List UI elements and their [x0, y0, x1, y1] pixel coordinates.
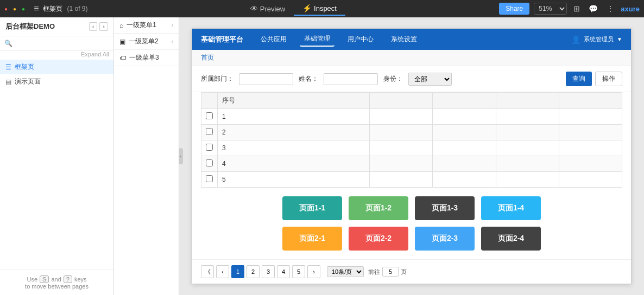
- row-cell-1c: [496, 109, 559, 125]
- page-next-button[interactable]: ›: [307, 265, 320, 278]
- dept-input[interactable]: [239, 73, 293, 85]
- keys-label: keys: [74, 276, 87, 283]
- page-num-2[interactable]: 2: [247, 265, 260, 278]
- col-seq: 序号: [218, 93, 370, 109]
- table-row: 2: [201, 125, 622, 140]
- page-btn-2-3[interactable]: 页面2-3: [415, 227, 475, 251]
- search-icon: 🔍: [4, 40, 12, 47]
- hamburger-icon[interactable]: ≡: [34, 4, 39, 14]
- row-checkbox-1[interactable]: [206, 112, 213, 119]
- sidebar-item-demo[interactable]: ▤ 演示页面: [0, 74, 113, 89]
- nav-item-menu2[interactable]: ▣ 一级菜单2 ›: [114, 34, 179, 50]
- row-checkbox-2[interactable]: [206, 128, 213, 135]
- zoom-selector[interactable]: 51% 100% 75% 50% 25%: [534, 3, 567, 15]
- row-cell-4d: [559, 156, 622, 172]
- preview-tab[interactable]: 👁 Preview: [242, 2, 294, 15]
- expand-all-label[interactable]: Expand All: [0, 51, 113, 60]
- page-num-5[interactable]: 5: [292, 265, 305, 278]
- toolbar-center: 👁 Preview ⚡ Inspect: [92, 2, 495, 16]
- nav-item-label-menu1: 一级菜单1: [127, 21, 156, 30]
- page-btn-1-1[interactable]: 页面1-1: [282, 196, 342, 220]
- page-btn-2-1[interactable]: 页面2-1: [282, 227, 342, 251]
- data-table: 序号 1 2 3 4 5: [201, 92, 622, 188]
- monitor-icon: ▣: [119, 38, 125, 46]
- row-cell-2b: [433, 125, 496, 140]
- row-cell-1b: [433, 109, 496, 125]
- app-nav-item-system[interactable]: 系统设置: [387, 33, 421, 46]
- page-num-3[interactable]: 3: [262, 265, 275, 278]
- row-checkbox-4[interactable]: [206, 159, 213, 166]
- nav-item-menu3[interactable]: 🏷 一级菜单3: [114, 50, 179, 66]
- nav-item-label-menu3: 一级菜单3: [129, 53, 159, 62]
- inspect-tab[interactable]: ⚡ Inspect: [294, 2, 345, 16]
- user-avatar-icon: 👤: [571, 35, 580, 44]
- name-label: 姓名：: [299, 74, 318, 84]
- minimize-icon[interactable]: ●: [13, 6, 16, 12]
- user-dropdown-icon[interactable]: ▼: [617, 36, 622, 42]
- sidebar-item-framework[interactable]: ☰ 框架页: [0, 60, 113, 74]
- page-btn-1-4[interactable]: 页面1-4: [481, 196, 541, 220]
- pagination: 《 ‹ 1 2 3 4 5 › 10条/页 20条/页 50条/页 前往: [192, 259, 631, 284]
- row-num-2: 2: [218, 125, 370, 140]
- close-icon[interactable]: ●: [4, 6, 8, 12]
- home-icon: ⌂: [119, 22, 123, 29]
- goto-label: 前往: [368, 268, 380, 276]
- status-select[interactable]: 全部 管理员 普通用户: [408, 73, 452, 86]
- sidebar-item-label-framework: 框架页: [15, 62, 34, 72]
- keyboard-hint: Use S and ? keys: [5, 275, 108, 283]
- folder-icon: ▤: [5, 78, 11, 86]
- col-4: [559, 93, 622, 109]
- page-num-4[interactable]: 4: [277, 265, 290, 278]
- row-cell-3c: [496, 140, 559, 156]
- sidebar-toggle-button[interactable]: ‹: [179, 148, 183, 164]
- page-title: 框架页: [43, 4, 62, 14]
- comment-button[interactable]: 💬: [586, 3, 600, 14]
- page-unit: 页: [401, 268, 407, 276]
- row-cell-5d: [559, 172, 622, 188]
- app-logo: 基础管理平台: [201, 35, 243, 44]
- row-cell-4c: [496, 156, 559, 172]
- row-cell-3d: [559, 140, 622, 156]
- page-btn-2-4[interactable]: 页面2-4: [481, 227, 541, 251]
- page-btn-1-2[interactable]: 页面1-2: [349, 196, 408, 220]
- action-button[interactable]: 操作: [595, 72, 622, 86]
- search-input[interactable]: [15, 40, 109, 47]
- chevron-right-icon-1: ›: [172, 22, 173, 28]
- nav-item-menu1[interactable]: ⌂ 一级菜单1 ›: [114, 17, 179, 34]
- page-first-button[interactable]: 《: [201, 265, 214, 278]
- row-cell-2a: [370, 125, 433, 140]
- nav-prev-button[interactable]: ‹: [89, 22, 98, 31]
- table-row: 5: [201, 172, 622, 188]
- row-checkbox-3[interactable]: [206, 144, 213, 151]
- app-nav-right: 👤 系统管理员 ▼: [571, 35, 622, 44]
- maximize-icon[interactable]: ●: [22, 6, 25, 12]
- user-label: 系统管理员: [584, 35, 614, 43]
- app-nav-item-basic[interactable]: 基础管理: [300, 32, 334, 47]
- row-num-3: 3: [218, 140, 370, 156]
- nav-item-label-menu2: 一级菜单2: [129, 37, 159, 46]
- row-checkbox-5[interactable]: [206, 175, 213, 182]
- page-num-1[interactable]: 1: [231, 265, 244, 278]
- page-btn-1-3[interactable]: 页面1-3: [415, 196, 475, 220]
- page-prev-button[interactable]: ‹: [216, 265, 229, 278]
- fit-page-button[interactable]: ⊞: [571, 3, 582, 14]
- preview-frame: 基础管理平台 公共应用 基础管理 用户中心 系统设置 👤 系统管理员 ▼ 首页 …: [179, 17, 644, 295]
- app-frame: 基础管理平台 公共应用 基础管理 用户中心 系统设置 👤 系统管理员 ▼ 首页 …: [192, 28, 632, 284]
- more-options-button[interactable]: ⋮: [604, 3, 616, 14]
- row-num-1: 1: [218, 109, 370, 125]
- axure-logo: axure: [621, 5, 640, 13]
- filter-bar: 所属部门： 姓名： 身份： 全部 管理员 普通用户 查询 操作: [192, 66, 631, 92]
- app-nav-item-user[interactable]: 用户中心: [343, 33, 378, 46]
- search-button[interactable]: 查询: [566, 72, 592, 86]
- name-input[interactable]: [324, 73, 378, 85]
- share-button[interactable]: Share: [499, 3, 529, 15]
- page-size-select[interactable]: 10条/页 20条/页 50条/页: [327, 266, 364, 277]
- app-nav-item-public[interactable]: 公共应用: [256, 33, 291, 46]
- page-row-1: 页面1-1 页面1-2 页面1-3 页面1-4: [282, 196, 541, 220]
- nav-next-button[interactable]: ›: [99, 22, 108, 31]
- page-btn-2-2[interactable]: 页面2-2: [349, 227, 408, 251]
- sidebar-item-label-demo: 演示页面: [15, 77, 41, 86]
- goto-input[interactable]: [382, 267, 399, 277]
- s-key-badge: S: [40, 275, 49, 283]
- row-cell-1d: [559, 109, 622, 125]
